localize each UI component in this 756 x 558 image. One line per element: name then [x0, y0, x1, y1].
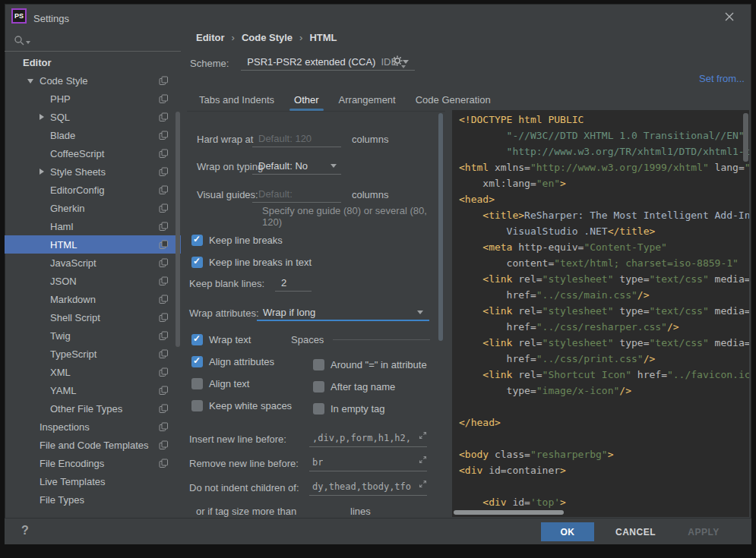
tag-size-suffix: lines: [340, 506, 371, 517]
sidebar-item-code-style[interactable]: Code Style: [5, 71, 181, 90]
apply-button[interactable]: APPLY: [677, 522, 730, 541]
tab-arrangement[interactable]: Arrangement: [339, 94, 396, 110]
sidebar-item-live-templates[interactable]: Live Templates: [5, 472, 181, 490]
code-line: <div id='top'>: [459, 494, 749, 510]
sidebar-item-file-and-code-templates[interactable]: File and Code Templates: [5, 436, 181, 454]
breadcrumb-segment[interactable]: Code Style: [242, 32, 293, 43]
scheme-actions-button[interactable]: [391, 55, 403, 69]
checkbox-label: In empty tag: [324, 403, 385, 415]
per-language-pages-icon: [159, 422, 169, 434]
line-break-row: Keep line breaks: [191, 229, 312, 251]
keep-blank-lines-input[interactable]: 2: [275, 275, 312, 292]
cancel-button[interactable]: CANCEL: [605, 522, 666, 541]
sidebar-scrollbar[interactable]: [176, 112, 180, 347]
expand-field-icon[interactable]: [419, 480, 427, 490]
code-style-tabs: Tabs and IndentsOtherArrangementCode Gen…: [199, 94, 491, 110]
per-language-pages-icon: [159, 76, 169, 88]
tree-expand-icon[interactable]: [40, 114, 44, 120]
insert-new-line-input[interactable]: ,div,p,form,h1,h2,: [309, 430, 427, 447]
checkbox-label: Keep line breaks in text: [203, 257, 312, 268]
sidebar-item-shell-script[interactable]: Shell Script: [5, 308, 181, 326]
close-icon[interactable]: [723, 10, 736, 24]
code-line: [459, 399, 749, 415]
hard-wrap-input[interactable]: Default: 120: [252, 131, 341, 147]
help-button[interactable]: ?: [21, 524, 29, 538]
keep-white-spaces-checkbox[interactable]: [191, 400, 203, 411]
in-empty-tag-checkbox[interactable]: [313, 403, 324, 415]
sidebar-item-label: File Encodings: [5, 458, 104, 469]
do-not-indent-input[interactable]: dy,thead,tbody,tfo: [309, 479, 427, 496]
align-attributes-checkbox[interactable]: [191, 356, 203, 367]
breadcrumb-segment[interactable]: HTML: [309, 32, 337, 43]
sidebar-item-inspections[interactable]: Inspections: [5, 418, 181, 436]
search-input[interactable]: [5, 30, 181, 52]
wrap-attributes-dropdown[interactable]: Wrap if long: [257, 304, 429, 321]
visual-guides-input[interactable]: Default:: [252, 186, 341, 203]
align-text-checkbox[interactable]: [191, 378, 203, 389]
sidebar-item-javascript[interactable]: JavaScript: [5, 254, 181, 272]
sidebar-item-style-sheets[interactable]: Style Sheets: [5, 162, 181, 181]
keep-line-breaks-in-text-checkbox[interactable]: [191, 257, 203, 268]
dialog-footer: ? OK CANCEL APPLY: [5, 518, 751, 544]
sidebar-item-json[interactable]: JSON: [5, 272, 181, 290]
checkbox-label: Align attributes: [203, 356, 274, 367]
sidebar-item-other-file-types[interactable]: Other File Types: [5, 399, 181, 418]
form-scrollbar[interactable]: [438, 113, 443, 341]
wrap-text-row: Wrap text Spaces: [187, 329, 445, 350]
code-line: </head>: [459, 415, 749, 430]
sidebar-item-sql[interactable]: SQL: [5, 108, 181, 126]
tree-collapse-icon[interactable]: [27, 79, 33, 84]
sidebar-item-file-encodings[interactable]: File Encodings: [5, 454, 181, 472]
per-language-pages-icon: [159, 203, 169, 216]
tab-other[interactable]: Other: [294, 94, 319, 110]
sidebar-item-editor[interactable]: Editor: [5, 53, 181, 71]
sidebar-item-label: Editor: [5, 57, 52, 68]
sidebar-item-yaml[interactable]: YAML: [5, 381, 181, 399]
sidebar-item-xml[interactable]: XML: [5, 363, 181, 381]
sidebar-item-editorconfig[interactable]: EditorConfig: [5, 181, 181, 199]
preview-vertical-scrollbar[interactable]: [743, 113, 748, 162]
sidebar-item-coffeescript[interactable]: CoffeeScript: [5, 144, 181, 162]
sidebar-item-php[interactable]: PHP: [5, 90, 181, 108]
sidebar-item-label: Twig: [5, 330, 71, 342]
other-tab-panel: Hard wrap at Default: 120 columns Wrap o…: [187, 111, 445, 518]
sidebar-item-markdown[interactable]: Markdown: [5, 290, 181, 308]
set-from-link[interactable]: Set from...: [699, 73, 745, 84]
preview-horizontal-scrollbar[interactable]: [454, 510, 564, 515]
expand-field-icon[interactable]: [419, 456, 427, 466]
tab-tabs-and-indents[interactable]: Tabs and Indents: [199, 94, 274, 110]
spaces-checkbox-group: Around "=" in attributeAfter tag nameIn …: [313, 354, 427, 420]
sidebar-item-html[interactable]: HTML: [5, 235, 181, 254]
wrap-on-typing-dropdown[interactable]: Default: No: [252, 158, 341, 175]
tab-code-generation[interactable]: Code Generation: [416, 94, 491, 110]
search-history-caret-icon[interactable]: [26, 41, 30, 44]
tag-size-input[interactable]: [302, 503, 340, 518]
per-language-pages-icon: [159, 94, 169, 106]
code-line: [459, 478, 749, 494]
around-in-attribute-checkbox[interactable]: [313, 359, 324, 370]
scheme-value: PSR1-PSR2 extended (CCA): [247, 56, 375, 68]
sidebar-item-haml[interactable]: Haml: [5, 217, 181, 235]
per-language-pages-icon: [159, 386, 169, 398]
remove-new-line-input[interactable]: br: [309, 455, 427, 471]
tree-expand-icon[interactable]: [40, 169, 44, 175]
after-tag-name-checkbox[interactable]: [313, 381, 324, 392]
sidebar-item-file-types[interactable]: File Types: [5, 490, 181, 509]
per-language-pages-icon: [159, 440, 169, 452]
search-icon: [14, 35, 25, 49]
sidebar-item-typescript[interactable]: TypeScript: [5, 345, 181, 363]
breadcrumb-segment[interactable]: Editor: [196, 32, 225, 43]
code-line: <div id=container>: [459, 462, 749, 478]
per-language-pages-icon: [159, 185, 169, 197]
sidebar-item-twig[interactable]: Twig: [5, 326, 181, 345]
scheme-dropdown[interactable]: PSR1-PSR2 extended (CCA) IDE: [241, 56, 415, 71]
wrap-text-checkbox[interactable]: [191, 334, 203, 345]
expand-field-icon[interactable]: [419, 431, 427, 442]
keep-line-breaks-checkbox[interactable]: [191, 235, 203, 246]
code-line: <html xmlns="http://www.w3.org/1999/xhtm…: [459, 159, 749, 175]
ok-button[interactable]: OK: [541, 522, 594, 541]
code-line: <link rel="stylesheet" type="text/css" m…: [459, 303, 749, 319]
sidebar-item-blade[interactable]: Blade: [5, 126, 181, 144]
sidebar-item-gherkin[interactable]: Gherkin: [5, 199, 181, 217]
sidebar-item-label: Shell Script: [5, 312, 100, 323]
